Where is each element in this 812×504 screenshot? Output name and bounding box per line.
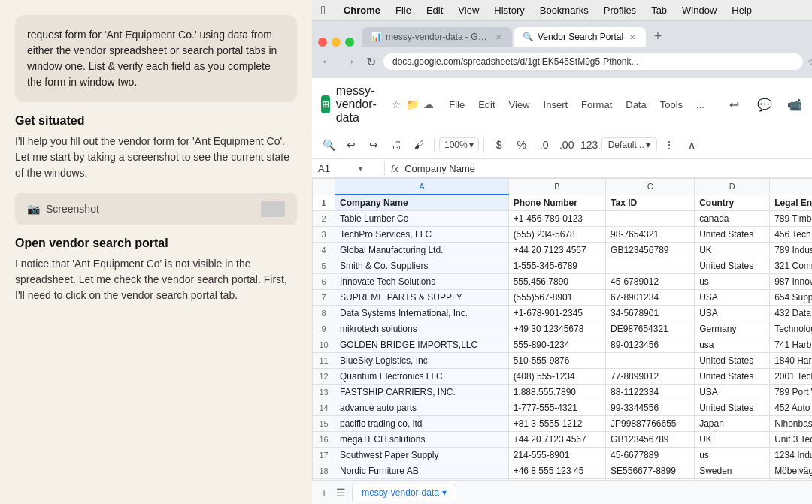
table-row[interactable]: 16megaTECH solutions+44 20 7123 4567GB12…: [313, 432, 813, 448]
cell-5-2[interactable]: [606, 258, 695, 274]
menu-profiles[interactable]: Profiles: [604, 5, 636, 16]
table-row[interactable]: 12Quantum Electronics LLC(408) 555-12347…: [313, 369, 813, 385]
cell-2-4[interactable]: 789 Timber Lane: [770, 211, 812, 227]
cell-16-4[interactable]: Unit 3 Tech Park: [770, 432, 812, 448]
cell-7-3[interactable]: USA: [695, 290, 770, 306]
cloud-icon[interactable]: ☁: [423, 98, 434, 110]
cell-18-0[interactable]: Nordic Furniture AB: [335, 463, 509, 479]
col-header-d[interactable]: D: [695, 179, 770, 195]
table-row[interactable]: 6Innovate Tech Solutions555.456.789045-6…: [313, 274, 813, 290]
cell-7-1[interactable]: (555)567-8901: [508, 290, 605, 306]
cell-17-0[interactable]: Southwest Paper Supply: [335, 448, 509, 463]
cell-11-3[interactable]: United States: [695, 353, 770, 369]
cell-6-1[interactable]: 555.456.7890: [508, 274, 605, 290]
cell-15-1[interactable]: +81 3-5555-1212: [508, 416, 605, 432]
cell-ref-input[interactable]: [318, 163, 356, 174]
menu-chrome[interactable]: Chrome: [344, 5, 380, 16]
more-toolbar-btn[interactable]: ⋮: [659, 134, 680, 155]
menu-edit[interactable]: Edit: [426, 5, 443, 16]
collapse-toolbar-btn[interactable]: ∧: [681, 134, 702, 155]
cell-7-2[interactable]: 67-8901234: [606, 290, 695, 306]
header-cell-0[interactable]: Company Name: [335, 195, 509, 211]
menu-view-sheets[interactable]: View: [503, 96, 536, 113]
cell-12-1[interactable]: (408) 555-1234: [508, 369, 605, 385]
cell-8-0[interactable]: Data Systems International, Inc.: [335, 306, 509, 321]
header-cell-2[interactable]: Tax ID: [606, 195, 695, 211]
col-header-b[interactable]: B: [508, 179, 605, 195]
cell-18-3[interactable]: Sweden: [695, 463, 770, 479]
bookmark-icon[interactable]: ☆: [807, 56, 812, 68]
cell-4-3[interactable]: UK: [695, 243, 770, 258]
currency-btn[interactable]: $: [489, 134, 510, 155]
star-icon[interactable]: ☆: [392, 98, 401, 110]
screenshot-button[interactable]: 📷 Screenshot: [15, 193, 297, 225]
cell-17-4[interactable]: 1234 Industrial Pkw: [770, 448, 812, 463]
cell-3-4[interactable]: 456 Tech Drive: [770, 227, 812, 243]
table-row[interactable]: 15pacific trading co, ltd+81 3-5555-1212…: [313, 416, 813, 432]
formula-input[interactable]: [404, 163, 812, 174]
cell-6-3[interactable]: us: [695, 274, 770, 290]
header-cell-4[interactable]: Legal Entity Addr: [770, 195, 812, 211]
cell-8-1[interactable]: +1-678-901-2345: [508, 306, 605, 321]
cell-14-2[interactable]: 99-3344556: [606, 400, 695, 416]
folder-icon[interactable]: 📁: [406, 98, 419, 110]
cell-15-3[interactable]: Japan: [695, 416, 770, 432]
cell-14-1[interactable]: 1-777-555-4321: [508, 400, 605, 416]
cell-9-2[interactable]: DE987654321: [606, 321, 695, 337]
minimize-window-button[interactable]: [332, 38, 341, 47]
menu-format-sheets[interactable]: Format: [575, 96, 618, 113]
cell-7-4[interactable]: 654 Supply Chain R: [770, 290, 812, 306]
add-sheet-button[interactable]: +: [318, 484, 330, 502]
cell-4-0[interactable]: Global Manufacturing Ltd.: [335, 243, 509, 258]
cell-17-2[interactable]: 45-6677889: [606, 448, 695, 463]
percent-btn[interactable]: %: [511, 134, 532, 155]
cell-6-0[interactable]: Innovate Tech Solutions: [335, 274, 509, 290]
cell-3-2[interactable]: 98-7654321: [606, 227, 695, 243]
col-header-c[interactable]: C: [606, 179, 695, 195]
cell-15-4[interactable]: Nihonbashi Building: [770, 416, 812, 432]
cell-3-1[interactable]: (555) 234-5678: [508, 227, 605, 243]
search-toolbar-btn[interactable]: 🔍: [318, 134, 339, 155]
redo-toolbar-btn[interactable]: ↪: [363, 134, 384, 155]
cell-2-3[interactable]: canada: [695, 211, 770, 227]
cell-8-3[interactable]: USA: [695, 306, 770, 321]
cell-12-3[interactable]: United States: [695, 369, 770, 385]
menu-data-sheets[interactable]: Data: [620, 96, 652, 113]
cell-17-1[interactable]: 214-555-8901: [508, 448, 605, 463]
zoom-selector[interactable]: 100% ▾: [439, 137, 479, 152]
cell-19-1[interactable]: (559) 555-3456: [508, 479, 605, 481]
cell-3-3[interactable]: United States: [695, 227, 770, 243]
vendor-portal-tab-close[interactable]: ✕: [628, 33, 637, 41]
cell-ref-chevron-icon[interactable]: ▾: [359, 164, 362, 173]
cell-9-1[interactable]: +49 30 12345678: [508, 321, 605, 337]
cell-18-1[interactable]: +46 8 555 123 45: [508, 463, 605, 479]
cell-13-4[interactable]: 789 Port Way: [770, 385, 812, 400]
cell-2-0[interactable]: Table Lumber Co: [335, 211, 509, 227]
paint-format-btn[interactable]: 🖌: [408, 134, 429, 155]
fullscreen-window-button[interactable]: [345, 38, 354, 47]
menu-edit-sheets[interactable]: Edit: [472, 96, 501, 113]
table-row[interactable]: 11BlueSky Logistics, Inc510-555-9876Unit…: [313, 353, 813, 369]
cell-9-3[interactable]: Germany: [695, 321, 770, 337]
sheet-list-button[interactable]: ☰: [333, 484, 349, 502]
undo-toolbar-btn[interactable]: ↩: [341, 134, 362, 155]
cell-14-3[interactable]: United States: [695, 400, 770, 416]
undo-icon[interactable]: ↩: [723, 92, 747, 116]
header-cell-3[interactable]: Country: [695, 195, 770, 211]
cell-12-0[interactable]: Quantum Electronics LLC: [335, 369, 509, 385]
decimal-2-btn[interactable]: .00: [556, 134, 577, 155]
cell-15-0[interactable]: pacific trading co, ltd: [335, 416, 509, 432]
cell-18-2[interactable]: SE556677-8899: [606, 463, 695, 479]
menu-tools-sheets[interactable]: Tools: [654, 96, 689, 113]
col-header-a[interactable]: A: [335, 179, 509, 195]
cell-16-2[interactable]: GB123456789: [606, 432, 695, 448]
spreadsheet-tab-close[interactable]: ✕: [494, 33, 503, 41]
cell-10-4[interactable]: 741 Harbor Blvd.: [770, 337, 812, 353]
menu-window[interactable]: Window: [682, 5, 717, 16]
cell-11-0[interactable]: BlueSky Logistics, Inc: [335, 353, 509, 369]
cell-16-0[interactable]: megaTECH solutions: [335, 432, 509, 448]
cell-10-3[interactable]: usa: [695, 337, 770, 353]
cell-16-1[interactable]: +44 20 7123 4567: [508, 432, 605, 448]
cell-7-0[interactable]: SUPREME PARTS & SUPPLY: [335, 290, 509, 306]
cell-13-1[interactable]: 1.888.555.7890: [508, 385, 605, 400]
